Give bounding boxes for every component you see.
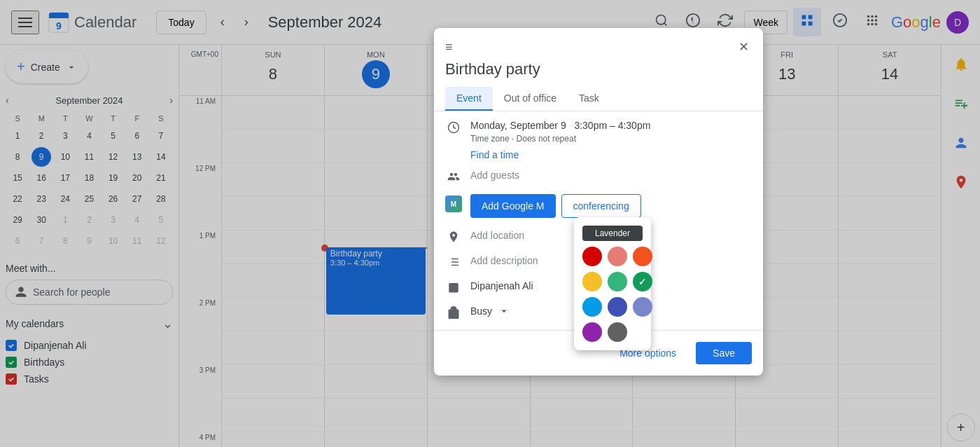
color-picker-popup: Lavender ✓ [574, 217, 651, 350]
dialog-date[interactable]: Monday, September 9 [470, 120, 566, 131]
tab-out-of-office[interactable]: Out of office [493, 87, 568, 111]
description-icon [445, 254, 462, 268]
color-swatch-banana[interactable] [582, 272, 602, 291]
guests-icon [445, 169, 462, 183]
clock-icon [445, 120, 462, 134]
tab-task[interactable]: Task [568, 87, 610, 111]
drag-handle-icon: ≡ [445, 40, 453, 55]
svg-rect-29 [449, 283, 458, 293]
color-swatch-lavender[interactable] [633, 297, 652, 317]
add-location-placeholder[interactable]: Add location [470, 230, 524, 241]
dialog-guests-content[interactable]: Add guests [470, 169, 752, 181]
find-a-time-link[interactable]: Find a time [470, 149, 519, 160]
dialog-datetime-content: Monday, September 9 3:30pm – 4:30pm Time… [470, 120, 752, 144]
modal-overlay: ≡ ✕ Birthday party Event Out of office T… [0, 0, 980, 447]
add-description-placeholder[interactable]: Add description [470, 255, 538, 266]
add-conferencing-button[interactable]: conferencing [561, 194, 641, 218]
meet-icon-placeholder: M [445, 194, 462, 212]
dialog-find-time-row: Find a time [470, 149, 752, 160]
color-swatch-blueberry[interactable] [608, 297, 627, 317]
calendar-owner-icon [445, 280, 462, 294]
google-meet-icon: M [445, 195, 462, 212]
dialog-tabs: Event Out of office Task [434, 87, 763, 111]
color-swatch-basil[interactable]: ✓ [633, 272, 652, 291]
dialog-title: Birthday party [434, 60, 763, 87]
color-swatch-tomato[interactable] [582, 247, 602, 266]
dialog-time-sub: Time zone · Does not repeat [470, 134, 752, 144]
add-conferencing-label: conferencing [573, 200, 629, 212]
tab-event[interactable]: Event [445, 87, 493, 111]
dialog-header: ≡ ✕ [434, 28, 763, 60]
busy-dropdown-icon[interactable] [498, 305, 510, 317]
color-swatch-flamingo[interactable] [608, 247, 627, 266]
color-swatch-sage[interactable] [608, 272, 627, 291]
add-guests-placeholder[interactable]: Add guests [470, 170, 519, 181]
busy-icon [445, 305, 462, 319]
dialog-guests-row: Add guests [445, 169, 752, 183]
dialog-meet-content: Add Google M conferencing [470, 194, 752, 218]
dialog-datetime: Monday, September 9 3:30pm – 4:30pm [470, 120, 752, 131]
busy-label: Busy [470, 305, 492, 317]
save-button[interactable]: Save [696, 342, 752, 364]
dialog-meet-row: M Add Google M conferencing [445, 194, 752, 218]
color-swatch-tangerine[interactable] [633, 247, 652, 266]
color-swatch-peacock[interactable] [582, 297, 602, 317]
color-swatch-graphite[interactable] [608, 322, 627, 342]
add-google-meet-label: Add Google M [482, 200, 545, 212]
dialog-datetime-row: Monday, September 9 3:30pm – 4:30pm Time… [445, 120, 752, 144]
dialog-time-range[interactable]: 3:30pm – 4:30pm [574, 120, 650, 131]
color-swatch-grape[interactable] [582, 322, 602, 342]
color-tooltip: Lavender [582, 226, 643, 241]
color-grid: ✓ [582, 247, 643, 342]
location-icon [445, 229, 462, 243]
add-google-meet-button[interactable]: Add Google M [470, 194, 556, 218]
calendar-owner-name: Dipanjenah Ali [470, 280, 533, 291]
dialog-close-button[interactable]: ✕ [736, 36, 752, 57]
